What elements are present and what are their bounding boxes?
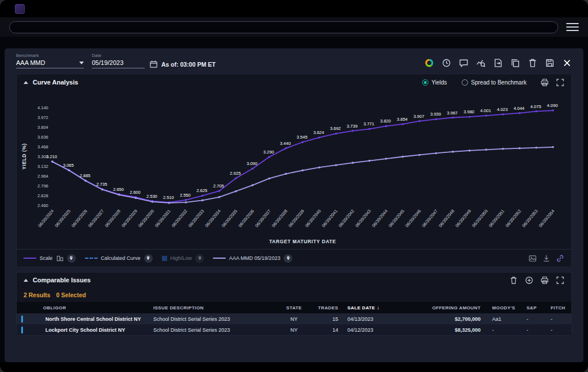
print-icon[interactable] xyxy=(540,78,549,87)
data-point[interactable] xyxy=(185,199,187,201)
data-point[interactable] xyxy=(485,149,488,151)
data-point[interactable] xyxy=(502,113,504,116)
close-icon[interactable] xyxy=(562,58,572,68)
sort-desc-icon[interactable]: ↓ xyxy=(377,305,380,310)
table-row[interactable]: Lockport City School District NYSchool D… xyxy=(17,324,571,335)
data-point[interactable] xyxy=(235,177,237,179)
data-point[interactable] xyxy=(268,156,270,158)
chart-zoom-icon[interactable] xyxy=(476,58,486,68)
col-trades[interactable]: TRADES xyxy=(310,302,344,313)
data-point[interactable] xyxy=(351,162,354,164)
pin-icon[interactable] xyxy=(195,254,204,263)
data-point[interactable] xyxy=(252,167,254,170)
data-point[interactable] xyxy=(552,146,554,148)
legend-item-aaa-mmd[interactable]: AAA MMD 05/19/2023 xyxy=(213,254,292,263)
export-file-icon[interactable] xyxy=(493,58,503,68)
app-logo[interactable] xyxy=(15,4,25,14)
data-point[interactable] xyxy=(368,128,370,131)
copy-link-icon[interactable] xyxy=(556,254,564,263)
col-sp[interactable]: S&P xyxy=(523,302,547,313)
delete-icon[interactable] xyxy=(528,58,537,68)
comments-icon[interactable] xyxy=(459,58,469,68)
copy-icon[interactable] xyxy=(510,58,520,68)
data-point[interactable] xyxy=(268,178,270,180)
data-point[interactable] xyxy=(101,189,103,191)
data-point[interactable] xyxy=(301,169,304,171)
export-image-icon[interactable] xyxy=(528,254,537,263)
col-state[interactable]: STATE xyxy=(278,302,310,313)
radio-yields[interactable]: Yields xyxy=(422,79,447,86)
data-point[interactable] xyxy=(202,195,204,197)
history-clock-icon[interactable] xyxy=(442,58,451,68)
delete-icon[interactable] xyxy=(509,276,518,285)
data-point[interactable] xyxy=(502,148,504,150)
data-point[interactable] xyxy=(168,202,171,204)
data-point[interactable] xyxy=(218,190,220,192)
legend-item-calculated-curve[interactable]: Calculated Curve xyxy=(85,254,153,263)
data-point[interactable] xyxy=(485,114,488,117)
data-point[interactable] xyxy=(252,184,254,186)
fullscreen-icon[interactable] xyxy=(556,78,564,87)
data-point[interactable] xyxy=(452,151,454,153)
data-point[interactable] xyxy=(519,147,521,149)
data-point[interactable] xyxy=(84,180,87,182)
data-point[interactable] xyxy=(519,112,521,114)
data-point[interactable] xyxy=(68,169,70,171)
data-point[interactable] xyxy=(385,158,388,160)
scale-display-toggle-icon[interactable] xyxy=(56,255,64,262)
data-point[interactable] xyxy=(402,123,404,125)
data-point[interactable] xyxy=(385,125,388,128)
collapse-icon[interactable] xyxy=(24,279,28,282)
data-point[interactable] xyxy=(318,166,320,168)
download-icon[interactable] xyxy=(542,254,551,263)
save-icon[interactable] xyxy=(545,58,555,68)
data-point[interactable] xyxy=(51,160,53,163)
data-point[interactable] xyxy=(452,117,454,119)
data-point[interactable] xyxy=(469,116,471,118)
data-point[interactable] xyxy=(185,201,187,204)
radio-spread-to-benchmark[interactable]: Spread to Benchmark xyxy=(462,79,527,86)
col-sale-date[interactable]: SALE DATE↓ xyxy=(344,302,411,313)
data-point[interactable] xyxy=(285,147,287,149)
fullscreen-icon[interactable] xyxy=(556,276,564,285)
data-point[interactable] xyxy=(118,194,120,196)
pin-icon[interactable] xyxy=(284,254,292,263)
date-input[interactable]: 05/19/2023 xyxy=(92,59,145,68)
collapse-icon[interactable] xyxy=(24,81,28,84)
calendar-icon[interactable] xyxy=(149,60,158,68)
col-issue-description[interactable]: ISSUE DESCRIPTION xyxy=(150,302,278,313)
col-obligor[interactable]: OBLIGOR xyxy=(25,302,150,313)
data-point[interactable] xyxy=(435,152,438,155)
add-comparable-icon[interactable] xyxy=(525,276,533,285)
data-point[interactable] xyxy=(301,141,304,143)
table-row[interactable]: North Shore Central School District NYSc… xyxy=(17,313,571,324)
legend-item-high-low[interactable]: High/Low xyxy=(162,254,204,263)
search-input[interactable] xyxy=(9,21,558,33)
data-point[interactable] xyxy=(335,133,337,135)
data-point[interactable] xyxy=(318,136,320,139)
col-fitch[interactable]: FITCH xyxy=(547,302,571,313)
data-point[interactable] xyxy=(235,190,237,193)
hamburger-menu-icon[interactable] xyxy=(566,23,579,31)
data-point[interactable] xyxy=(552,109,554,112)
data-point[interactable] xyxy=(202,200,204,202)
data-point[interactable] xyxy=(402,156,404,158)
print-icon[interactable] xyxy=(540,276,549,285)
data-point[interactable] xyxy=(469,149,471,152)
data-point[interactable] xyxy=(368,160,370,162)
analytics-donut-icon[interactable] xyxy=(424,58,434,68)
pin-icon[interactable] xyxy=(67,254,76,263)
data-point[interactable] xyxy=(335,164,337,166)
data-point[interactable] xyxy=(419,154,421,156)
data-point[interactable] xyxy=(285,173,287,175)
benchmark-dropdown[interactable]: AAA MMD xyxy=(16,59,84,68)
legend-item-scale[interactable]: Scale xyxy=(24,254,76,263)
data-point[interactable] xyxy=(419,120,421,122)
data-point[interactable] xyxy=(218,196,220,198)
data-point[interactable] xyxy=(351,130,354,132)
pin-icon[interactable] xyxy=(144,254,153,263)
col-moodys[interactable]: MOODY'S xyxy=(489,302,523,313)
data-point[interactable] xyxy=(135,197,137,200)
data-point[interactable] xyxy=(152,201,154,203)
data-point[interactable] xyxy=(535,110,537,113)
